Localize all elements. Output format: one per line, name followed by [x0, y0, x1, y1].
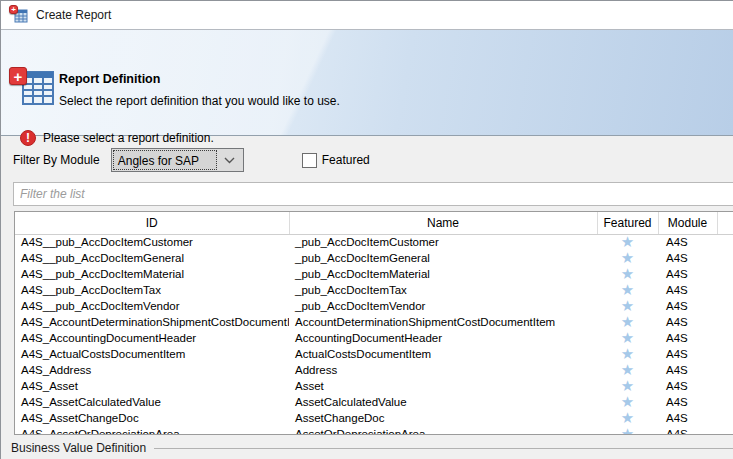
table-row[interactable]: A4S_AssetAsset★A4S [15, 378, 733, 394]
table-row[interactable]: A4S_AssetOrDepreciationAreaAssetOrDeprec… [15, 426, 733, 435]
cell-name: _pub_AccDocItemTax [289, 282, 597, 298]
featured-checkbox[interactable] [302, 153, 317, 168]
cell-name: _pub_AccDocItemCustomer [289, 234, 597, 250]
cell-module: A4S [658, 426, 717, 435]
plus-badge-icon: + [9, 67, 27, 85]
featured-star-icon: ★ [597, 282, 658, 298]
cell-module: A4S [658, 314, 717, 330]
cell-name: _pub_AccDocItemGeneral [289, 250, 597, 266]
cell-sub [717, 266, 733, 282]
column-header-id[interactable]: ID [15, 212, 289, 234]
cell-name: ActualCostsDocumentItem [289, 346, 597, 362]
cell-name: AccountingDocumentHeader [289, 330, 597, 346]
featured-star-icon: ★ [597, 362, 658, 378]
featured-star-icon: ★ [597, 394, 658, 410]
filter-row: Filter By Module Angles for SAP Featured [13, 148, 370, 172]
cell-id: A4S_Asset [15, 378, 289, 394]
page-title: Report Definition [59, 72, 160, 86]
table-row[interactable]: A4S__pub_AccDocItemMaterial_pub_AccDocIt… [15, 266, 733, 282]
table-row[interactable]: A4S__pub_AccDocItemCustomer_pub_AccDocIt… [15, 234, 733, 250]
filter-list-input[interactable] [13, 182, 733, 206]
cell-module: A4S [658, 250, 717, 266]
featured-star-icon: ★ [597, 266, 658, 282]
create-report-icon: + [11, 7, 28, 23]
validation-warning: ! Please select a report definition. [20, 130, 214, 146]
cell-id: A4S__pub_AccDocItemMaterial [15, 266, 289, 282]
cell-module: A4S [658, 378, 717, 394]
cell-module: A4S [658, 330, 717, 346]
cell-module: A4S [658, 234, 717, 250]
title-bar: + Create Report [1, 1, 733, 30]
table-row[interactable]: A4S_AccountDeterminationShipmentCostDocu… [15, 314, 733, 330]
cell-id: A4S_AccountDeterminationShipmentCostDocu… [15, 314, 289, 330]
window-title: Create Report [36, 8, 111, 22]
cell-name: AssetOrDepreciationArea [289, 426, 597, 435]
warning-text: Please select a report definition. [43, 131, 214, 145]
report-definition-icon: + [15, 70, 55, 107]
filter-by-module-label: Filter By Module [13, 153, 100, 167]
table-row[interactable]: A4S__pub_AccDocItemTax_pub_AccDocItemTax… [15, 282, 733, 298]
cell-sub [717, 298, 733, 314]
column-header-name[interactable]: Name [289, 212, 597, 234]
module-combobox[interactable]: Angles for SAP [111, 148, 244, 172]
featured-star-icon: ★ [597, 314, 658, 330]
create-report-dialog: + Create Report + Report Definition Sele… [0, 0, 733, 459]
report-definition-table[interactable]: IDNameFeaturedModuleSub A4S__pub_AccDocI… [14, 211, 733, 435]
featured-star-icon: ★ [597, 378, 658, 394]
featured-star-icon: ★ [597, 298, 658, 314]
cell-name: Asset [289, 378, 597, 394]
cell-id: A4S_AssetChangeDoc [15, 410, 289, 426]
cell-name: _pub_AccDocItemVendor [289, 298, 597, 314]
cell-name: Address [289, 362, 597, 378]
cell-name: AccountDeterminationShipmentCostDocument… [289, 314, 597, 330]
column-header-module[interactable]: Module [658, 212, 717, 234]
cell-id: A4S_AccountingDocumentHeader [15, 330, 289, 346]
group-divider [154, 448, 733, 449]
group-label: Business Value Definition [11, 441, 146, 455]
cell-sub [717, 394, 733, 410]
cell-sub [717, 234, 733, 250]
cell-module: A4S [658, 410, 717, 426]
featured-checkbox-wrap: Featured [302, 153, 370, 168]
cell-id: A4S_AssetCalculatedValue [15, 394, 289, 410]
business-value-definition-group: Business Value Definition [11, 441, 733, 455]
table-row[interactable]: A4S_ActualCostsDocumentItemActualCostsDo… [15, 346, 733, 362]
warning-icon: ! [20, 130, 36, 146]
column-header-featured[interactable]: Featured [597, 212, 658, 234]
featured-star-icon: ★ [597, 410, 658, 426]
cell-sub [717, 346, 733, 362]
cell-sub [717, 250, 733, 266]
cell-module: A4S [658, 346, 717, 362]
featured-star-icon: ★ [597, 426, 658, 435]
cell-module: A4S [658, 282, 717, 298]
cell-sub [717, 378, 733, 394]
cell-sub [717, 330, 733, 346]
featured-star-icon: ★ [597, 330, 658, 346]
plus-badge-icon: + [9, 5, 18, 14]
cell-id: A4S__pub_AccDocItemTax [15, 282, 289, 298]
cell-sub [717, 314, 733, 330]
cell-sub [717, 426, 733, 435]
cell-name: _pub_AccDocItemMaterial [289, 266, 597, 282]
featured-star-icon: ★ [597, 346, 658, 362]
table-body: A4S__pub_AccDocItemCustomer_pub_AccDocIt… [15, 234, 733, 435]
table-row[interactable]: A4S__pub_AccDocItemGeneral_pub_AccDocIte… [15, 250, 733, 266]
featured-checkbox-label: Featured [322, 153, 370, 167]
dialog-body: Filter By Module Angles for SAP Featured… [1, 136, 733, 459]
page-subtitle: Select the report definition that you wo… [59, 94, 340, 108]
chevron-down-icon[interactable] [217, 157, 243, 164]
cell-sub [717, 282, 733, 298]
table-row[interactable]: A4S_AccountingDocumentHeaderAccountingDo… [15, 330, 733, 346]
wizard-header-banner: + Report Definition Select the report de… [1, 30, 733, 136]
table-row[interactable]: A4S_AssetCalculatedValueAssetCalculatedV… [15, 394, 733, 410]
table-row[interactable]: A4S__pub_AccDocItemVendor_pub_AccDocItem… [15, 298, 733, 314]
cell-module: A4S [658, 298, 717, 314]
table-row[interactable]: A4S_AssetChangeDocAssetChangeDoc★A4S [15, 410, 733, 426]
module-combobox-value: Angles for SAP [113, 150, 217, 170]
cell-name: AssetCalculatedValue [289, 394, 597, 410]
cell-module: A4S [658, 362, 717, 378]
column-header-sub[interactable]: Sub [717, 212, 733, 234]
featured-star-icon: ★ [597, 234, 658, 250]
cell-id: A4S__pub_AccDocItemGeneral [15, 250, 289, 266]
table-row[interactable]: A4S_AddressAddress★A4S [15, 362, 733, 378]
